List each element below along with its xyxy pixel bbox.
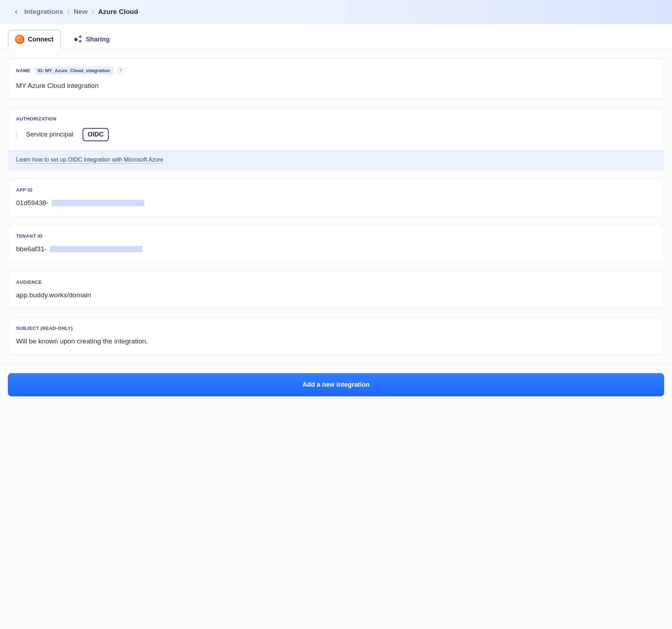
authorization-label: AUTHORIZATION	[16, 116, 656, 122]
audience-card: AUDIENCE app.buddy.works/domain	[8, 271, 664, 309]
id-value: MY_Azure_Cloud_integration	[45, 68, 110, 73]
tenant-id-label: TENANT ID	[16, 233, 656, 239]
audience-input[interactable]: app.buddy.works/domain	[16, 291, 656, 299]
tenant-id-masked	[50, 246, 143, 252]
name-label: NAME	[16, 68, 30, 73]
app-id-prefix: 01d59438-	[16, 199, 49, 207]
app-id-label: APP ID	[16, 187, 656, 193]
breadcrumb-current: Azure Cloud	[98, 8, 138, 16]
breadcrumb-new[interactable]: New	[74, 8, 88, 16]
back-button[interactable]	[13, 9, 19, 15]
top-bar: Integrations / New / Azure Cloud	[0, 0, 672, 24]
auth-option-oidc[interactable]: OIDC	[83, 128, 109, 141]
app-id-input[interactable]: 01d59438-	[16, 199, 656, 207]
authorization-card: AUTHORIZATION Service principal OIDC Lea…	[8, 108, 664, 170]
tab-sharing[interactable]: Sharing	[67, 30, 117, 49]
tenant-id-card: TENANT ID bbe6af31-	[8, 225, 664, 263]
footer: Add a new integration	[0, 363, 672, 406]
name-help-button[interactable]: ?	[117, 67, 124, 74]
chevron-left-icon	[14, 9, 19, 14]
tab-connect-label: Connect	[28, 36, 54, 43]
add-integration-button[interactable]: Add a new integration	[8, 373, 664, 396]
auth-option-service-principal[interactable]: Service principal	[22, 129, 78, 140]
connect-icon	[15, 35, 24, 44]
id-prefix: ID:	[38, 68, 44, 73]
app-id-card: APP ID 01d59438-	[8, 179, 664, 217]
subject-value: Will be known upon creating the integrat…	[16, 337, 656, 345]
sharing-icon	[74, 35, 82, 43]
breadcrumb-integrations[interactable]: Integrations	[24, 8, 63, 16]
oidc-learn-link[interactable]: Learn how to set up OIDC integration wit…	[16, 157, 163, 164]
tenant-id-input[interactable]: bbe6af31-	[16, 245, 656, 253]
app-id-masked	[51, 200, 144, 206]
integration-id-chip: ID: MY_Azure_Cloud_integration	[34, 66, 113, 75]
tab-sharing-label: Sharing	[86, 36, 110, 43]
name-input[interactable]: MY Azure Cloud integration	[16, 82, 656, 90]
name-card: NAME ID: MY_Azure_Cloud_integration ? MY…	[8, 58, 664, 99]
subject-card: SUBJECT (READ-ONLY) Will be known upon c…	[8, 317, 664, 355]
authorization-toggle: Service principal OIDC	[16, 128, 656, 141]
oidc-info-banner: Learn how to set up OIDC integration wit…	[8, 150, 664, 170]
breadcrumb-separator: /	[92, 8, 94, 16]
tenant-id-prefix: bbe6af31-	[16, 245, 47, 253]
audience-label: AUDIENCE	[16, 279, 656, 285]
tab-strip: Connect Sharing	[0, 24, 672, 49]
breadcrumb: Integrations / New / Azure Cloud	[24, 8, 138, 16]
toggle-divider	[16, 131, 17, 139]
tab-connect[interactable]: Connect	[8, 30, 61, 49]
form-content: NAME ID: MY_Azure_Cloud_integration ? MY…	[0, 49, 672, 355]
subject-label: SUBJECT (READ-ONLY)	[16, 326, 656, 331]
breadcrumb-separator: /	[68, 8, 69, 16]
